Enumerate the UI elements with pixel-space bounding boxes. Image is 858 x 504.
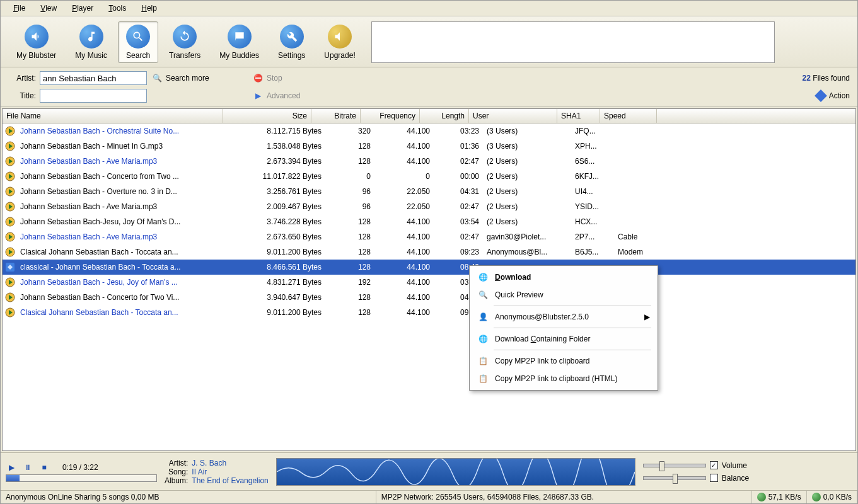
toolbar-settings[interactable]: Settings <box>270 21 313 63</box>
cell-size: 2.673.394 Bytes <box>237 157 325 166</box>
cell-length: 00:00 <box>434 172 483 181</box>
stop-button-player[interactable]: ■ <box>38 462 50 473</box>
player-bar: ▶ ⏸ ■ 0:19 / 3:22 Artist:J. S. Bach Song… <box>1 452 857 490</box>
cell-filename: Johann Sebastian Bach - Ave Maria.mp3 <box>16 157 237 166</box>
table-row[interactable]: classical - Johann Sebastian Bach - Tocc… <box>3 260 855 275</box>
cell-frequency: 44.100 <box>374 308 434 317</box>
toolbar-search[interactable]: Search <box>118 21 158 63</box>
volume-checkbox[interactable]: ✓ <box>710 461 718 469</box>
cell-frequency: 44.100 <box>374 263 434 272</box>
advanced-button[interactable]: ▶ Advanced <box>248 89 323 102</box>
toolbar-my-blubster[interactable]: My Blubster <box>8 21 64 63</box>
column-header[interactable]: Bitrate <box>311 109 361 123</box>
globe-icon <box>757 493 766 501</box>
toolbar-transfers[interactable]: Transfers <box>161 21 209 63</box>
search-icon <box>126 25 150 49</box>
pause-button[interactable]: ⏸ <box>22 462 33 473</box>
cell-bitrate: 96 <box>325 187 374 196</box>
cell-frequency: 44.100 <box>374 278 434 287</box>
cell-frequency: 22.050 <box>374 187 434 196</box>
cell-size: 2.009.467 Bytes <box>237 202 325 211</box>
cell-length: 03:54 <box>434 217 483 226</box>
menu-player[interactable]: Player <box>64 2 101 14</box>
cell-bitrate: 128 <box>325 293 374 302</box>
waveform <box>276 458 635 486</box>
cell-user: Anonymous@Bl... <box>483 248 571 256</box>
table-row[interactable]: Clasical Johann Sebastian Bach - Toccata… <box>3 244 855 260</box>
wrench-icon <box>280 25 304 49</box>
cell-sha1: 6S6... <box>571 157 614 166</box>
cell-size: 4.831.271 Bytes <box>237 278 325 287</box>
toolbar-my-buddies[interactable]: My Buddies <box>211 21 267 63</box>
cell-frequency: 44.100 <box>374 142 434 151</box>
table-row[interactable]: Johann Sebastian Bach - Ave Maria.mp32.6… <box>3 154 855 169</box>
table-row[interactable]: Johann Sebastian Bach - Ave Maria.mp32.0… <box>3 199 855 214</box>
cell-user: (3 Users) <box>483 127 571 135</box>
cell-sha1: 6KFJ... <box>571 172 614 181</box>
menu-tools[interactable]: Tools <box>101 2 134 14</box>
column-header[interactable]: Size <box>223 109 311 123</box>
cell-filename: Clasical Johann Sebastian Bach - Toccata… <box>16 308 237 317</box>
table-row[interactable]: Johann Sebastian Bach - Overture no. 3 i… <box>3 184 855 199</box>
cell-bitrate: 128 <box>325 157 374 166</box>
menu-view[interactable]: View <box>33 2 64 14</box>
cell-sha1: YSID... <box>571 202 614 211</box>
magnifier-icon: 🔍 <box>152 73 162 83</box>
context-download[interactable]: 🌐Download <box>471 268 656 286</box>
context-copy-mp-p-link-to-clipboard-html-[interactable]: 📋Copy MP2P link to clipboard (HTML) <box>471 370 656 387</box>
toolbar-my-music[interactable]: My Music <box>67 21 115 63</box>
table-row[interactable]: Johann Sebastian Bach - Jesu, Joy of Man… <box>3 275 855 290</box>
speaker-icon <box>25 25 49 49</box>
table-row[interactable]: Johann Sebastian Bach - Concerto for Two… <box>3 290 855 305</box>
table-row[interactable]: Johann Sebastian Bach - Concerto from Tw… <box>3 169 855 184</box>
artist-label: Artist: <box>8 74 40 83</box>
table-row[interactable]: Johann Sebastian Bach - Orchestral Suite… <box>3 123 855 139</box>
table-row[interactable]: Johann Sebastian Bach-Jesu, Joy Of Man's… <box>3 214 855 229</box>
stop-button[interactable]: ⛔ Stop <box>248 72 323 84</box>
column-header[interactable]: Speed <box>600 109 657 123</box>
context-quick-preview[interactable]: 🔍Quick Preview <box>471 286 656 304</box>
column-header[interactable]: SHA1 <box>557 109 600 123</box>
user-icon: 👤 <box>477 311 489 323</box>
toolbar-upgrade-[interactable]: Upgrade! <box>316 21 363 63</box>
balance-checkbox[interactable] <box>710 474 718 482</box>
play-button[interactable]: ▶ <box>6 462 17 473</box>
cell-size: 11.017.822 Bytes <box>237 172 325 181</box>
cell-filename: Johann Sebastian Bach - Overture no. 3 i… <box>16 187 237 196</box>
menu-help[interactable]: Help <box>134 2 165 14</box>
toolbar-preview <box>371 21 775 63</box>
status-network: MP2P Network: 265545 Users, 64594088 Fil… <box>376 491 752 503</box>
artist-input[interactable] <box>40 71 147 85</box>
column-header[interactable]: Length <box>420 109 469 123</box>
cell-size: 3.746.228 Bytes <box>237 217 325 226</box>
advanced-label: Advanced <box>267 91 300 100</box>
cell-sha1: XPH... <box>571 142 614 151</box>
column-header[interactable]: File Name <box>3 109 223 123</box>
progress-bar[interactable] <box>6 474 157 482</box>
table-row[interactable]: Johann Sebastian Bach - Minuet In G.mp31… <box>3 139 855 154</box>
column-header[interactable]: Frequency <box>361 109 420 123</box>
cell-frequency: 22.050 <box>374 202 434 211</box>
table-header: File NameSizeBitrateFrequencyLengthUserS… <box>3 109 855 123</box>
cell-sha1: 2P7... <box>571 232 614 241</box>
context-download-containing-folder[interactable]: 🌐Download Containing Folder <box>471 330 656 348</box>
menu-file[interactable]: File <box>6 2 33 14</box>
volume-slider[interactable] <box>643 464 706 467</box>
column-header[interactable]: User <box>469 109 557 123</box>
title-input[interactable] <box>40 89 147 103</box>
results-table: File NameSizeBitrateFrequencyLengthUserS… <box>2 108 856 451</box>
table-row[interactable]: Johann Sebastian Bach - Ave Maria.mp32.6… <box>3 229 855 244</box>
cell-bitrate: 0 <box>325 172 374 181</box>
cell-length: 01:36 <box>434 142 483 151</box>
context-anonymous-blubster-[interactable]: 👤Anonymous@Blubster.2.5.0▶ <box>471 308 656 326</box>
action-button[interactable]: Action <box>768 91 850 100</box>
cell-user: (2 Users) <box>483 172 571 181</box>
cell-user: gavin30@Piolet... <box>483 232 571 241</box>
search-bar: Artist: 🔍 Search more ⛔ Stop 22 Files fo… <box>1 67 857 107</box>
cell-size: 3.940.647 Bytes <box>237 293 325 302</box>
cell-sha1: UI4... <box>571 187 614 196</box>
context-copy-mp-p-link-to-clipboard[interactable]: 📋Copy MP2P link to clipboard <box>471 352 656 370</box>
search-more-button[interactable]: 🔍 Search more <box>147 72 248 84</box>
balance-slider[interactable] <box>643 476 706 480</box>
table-row[interactable]: Clasical Johann Sebastian Bach - Toccata… <box>3 305 855 320</box>
